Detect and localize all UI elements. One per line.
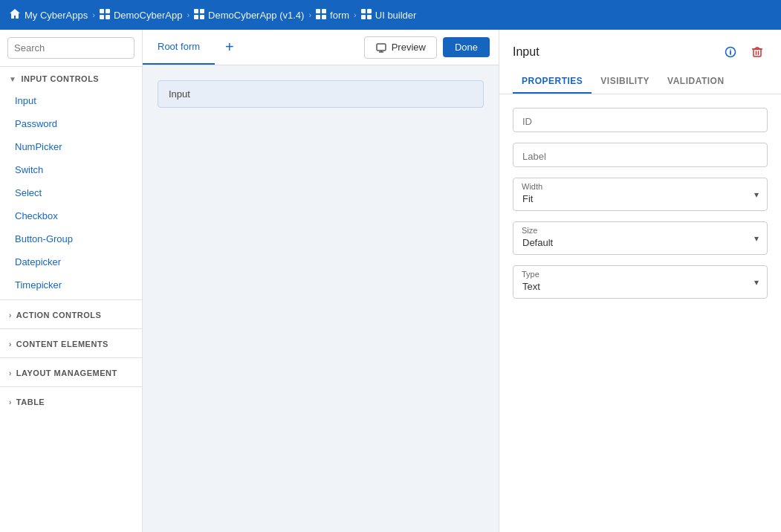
label-input[interactable]: [513, 143, 768, 167]
panel-body: Width Fit Fill Custom ▾ Size Default Sma…: [499, 94, 781, 312]
id-input[interactable]: [513, 108, 768, 132]
input-controls-items: Input Password NumPicker Switch Select C…: [0, 89, 142, 296]
top-nav: My CyberApps › DemoCyberApp › DemoCyberA…: [0, 0, 781, 30]
type-select[interactable]: Text Number Email Password: [513, 265, 768, 299]
chevron-right-icon-2: ›: [9, 340, 12, 348]
svg-rect-3: [106, 15, 110, 19]
svg-rect-12: [361, 9, 366, 13]
svg-rect-15: [367, 15, 372, 19]
section-header-layout-management[interactable]: › LAYOUT MANAGEMENT: [0, 361, 142, 383]
chevron-down-icon: ▼: [9, 75, 16, 83]
sidebar-item-datepicker[interactable]: Datepicker: [0, 250, 142, 273]
divider-3: [0, 357, 142, 358]
svg-rect-7: [200, 15, 204, 19]
sidebar-search-container: [0, 30, 142, 67]
svg-rect-8: [316, 9, 320, 13]
panel-info-button[interactable]: [720, 42, 741, 62]
preview-button[interactable]: Preview: [364, 36, 437, 59]
field-group-label: [513, 143, 768, 167]
properties-panel: Input: [499, 30, 781, 532]
tab-properties[interactable]: PROPERTIES: [513, 70, 592, 94]
content-area: Root form + Preview Done: [143, 30, 499, 532]
svg-rect-14: [361, 15, 366, 19]
width-select[interactable]: Fit Fill Custom: [513, 178, 768, 211]
panel-tabs: PROPERTIES VISIBILITY VALIDATION: [499, 70, 781, 94]
chevron-right-icon-3: ›: [9, 369, 12, 377]
form-canvas: Input: [143, 65, 499, 532]
section-header-table[interactable]: › TABLE: [0, 390, 142, 412]
field-group-size: Size Default Small Large ▾: [513, 221, 768, 255]
home-icon: [9, 8, 21, 22]
info-icon: [725, 46, 736, 58]
svg-rect-11: [322, 15, 326, 19]
sidebar-item-password[interactable]: Password: [0, 112, 142, 135]
svg-rect-4: [194, 9, 198, 13]
chevron-right-icon-4: ›: [9, 398, 12, 406]
sidebar-item-select[interactable]: Select: [0, 181, 142, 204]
tab-validation[interactable]: VALIDATION: [658, 70, 733, 94]
svg-rect-5: [200, 9, 204, 13]
sidebar-item-input[interactable]: Input: [0, 89, 142, 112]
panel-title: Input: [513, 45, 539, 59]
sidebar-item-timepicker[interactable]: Timepicker: [0, 273, 142, 296]
svg-rect-24: [754, 49, 761, 56]
svg-rect-6: [194, 15, 198, 19]
field-group-type: Type Text Number Email Password ▾: [513, 265, 768, 299]
tab-bar: Root form + Preview Done: [143, 30, 499, 65]
nav-demo-cyberapp-v14[interactable]: DemoCyberApp (v1.4): [194, 9, 304, 22]
nav-sep-4: ›: [354, 10, 357, 19]
svg-rect-9: [322, 9, 326, 13]
svg-rect-2: [100, 15, 104, 19]
sidebar-item-checkbox[interactable]: Checkbox: [0, 204, 142, 227]
grid-icon-1: [100, 9, 110, 22]
tab-visibility[interactable]: VISIBILITY: [592, 70, 658, 94]
search-box: [7, 37, 135, 59]
tab-add-button[interactable]: +: [215, 30, 244, 65]
sidebar-item-numpicker[interactable]: NumPicker: [0, 135, 142, 158]
sidebar-item-switch[interactable]: Switch: [0, 158, 142, 181]
field-group-width: Width Fit Fill Custom ▾: [513, 178, 768, 211]
nav-sep-1: ›: [92, 10, 95, 19]
nav-sep-3: ›: [308, 10, 311, 19]
panel-delete-button[interactable]: [747, 42, 768, 62]
size-select[interactable]: Default Small Large: [513, 221, 768, 255]
section-header-content-elements[interactable]: › CONTENT ELEMENTS: [0, 332, 142, 354]
tab-root-form[interactable]: Root form: [143, 30, 215, 65]
canvas-input-element[interactable]: Input: [158, 80, 484, 108]
grid-icon-4: [361, 9, 372, 22]
section-header-input-controls[interactable]: ▼ INPUT CONTROLS: [0, 67, 142, 89]
section-header-action-controls[interactable]: › ACTION CONTROLS: [0, 303, 142, 325]
done-button[interactable]: Done: [443, 37, 490, 57]
grid-icon-2: [194, 9, 204, 22]
search-input[interactable]: [14, 42, 139, 53]
chevron-right-icon-1: ›: [9, 311, 12, 319]
panel-header: Input: [499, 30, 781, 62]
sidebar-item-button-group[interactable]: Button-Group: [0, 227, 142, 250]
svg-rect-0: [100, 9, 104, 13]
divider-2: [0, 328, 142, 329]
tab-actions: Preview Done: [364, 30, 499, 65]
nav-my-cyberapps[interactable]: My CyberApps: [9, 8, 88, 22]
svg-rect-18: [377, 44, 386, 51]
sidebar: ▼ INPUT CONTROLS Input Password NumPicke…: [0, 30, 143, 532]
svg-rect-13: [367, 9, 372, 13]
nav-ui-builder[interactable]: UI builder: [361, 9, 417, 22]
divider-4: [0, 386, 142, 387]
field-group-id: [513, 108, 768, 132]
nav-sep-2: ›: [187, 10, 189, 19]
nav-form[interactable]: form: [316, 9, 349, 22]
trash-icon: [751, 46, 763, 58]
nav-demo-cyberapp[interactable]: DemoCyberApp: [100, 9, 183, 22]
grid-icon-3: [316, 9, 326, 22]
svg-point-23: [730, 49, 731, 51]
main-layout: ▼ INPUT CONTROLS Input Password NumPicke…: [0, 30, 781, 532]
panel-header-icons: [720, 42, 768, 62]
preview-icon: [375, 42, 387, 53]
svg-rect-10: [316, 15, 320, 19]
svg-rect-1: [106, 9, 110, 13]
divider-1: [0, 299, 142, 300]
